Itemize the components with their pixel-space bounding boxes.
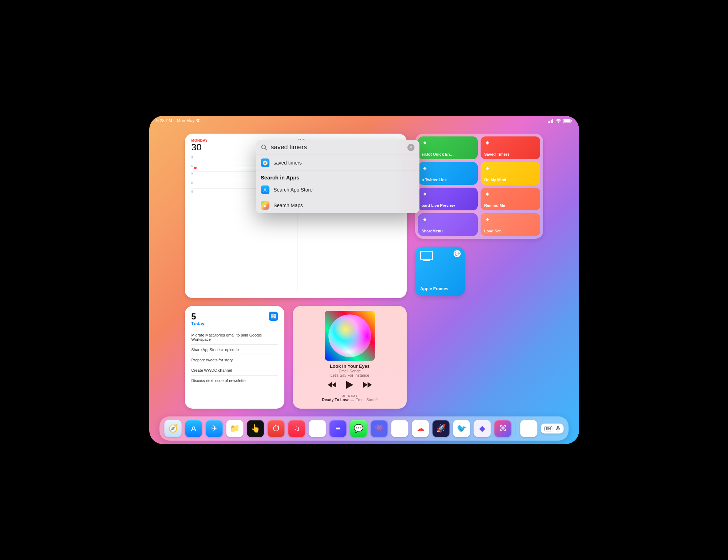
shortcut-label: Remind Me [484, 203, 537, 208]
status-left: 5:28 PM Mon May 30 [156, 118, 200, 123]
twitter-icon: ◆ [422, 165, 428, 171]
dock-app-messages[interactable]: 💬 [350, 420, 367, 437]
shortcut-tile[interactable]: ◆Load Set [481, 213, 540, 236]
calendar-icon: ◆ [484, 190, 491, 197]
things-widget[interactable]: 5 Today 📰 Migrate MacStories email to pa… [185, 306, 284, 409]
album-art [325, 311, 375, 361]
display-icon [420, 251, 433, 260]
things-items-list: Migrate MacStories email to paid Google … [191, 330, 278, 386]
things-count: 5 [191, 312, 204, 322]
play-button[interactable] [346, 381, 353, 390]
spotlight-row-maps[interactable]: ▲ Search Maps [256, 198, 419, 213]
svg-point-7 [262, 145, 266, 149]
svg-line-8 [265, 149, 267, 150]
dock-app-tasks[interactable]: ≡ [330, 420, 347, 437]
svg-rect-3 [552, 119, 553, 123]
dock-app-touch[interactable]: 👆 [247, 420, 264, 437]
dock-app-timer[interactable]: ⏱ [268, 420, 285, 437]
dock-app-app-store[interactable]: A [185, 420, 202, 437]
music-widget[interactable]: Look In Your Eyes Emeli Sandé Let's Say … [293, 306, 407, 409]
dock-app-music[interactable]: ♫ [288, 420, 305, 437]
things-item[interactable]: Discuss next issue of newsletter [191, 375, 278, 386]
shortcut-tile[interactable]: ◆Saved Timers [481, 136, 540, 159]
spotlight-panel: ✕ 🧭 saved timers Search in Apps A Search… [256, 140, 419, 213]
dock-app-cloud[interactable]: ☁ [412, 420, 429, 437]
timer-icon: ◆ [484, 139, 491, 146]
svg-rect-0 [548, 122, 549, 123]
things-today-label: Today [191, 321, 204, 326]
keyboard-indicator[interactable]: EN [541, 424, 564, 434]
things-header: 5 Today 📰 [191, 312, 278, 326]
appstore-icon: A [261, 185, 269, 194]
dock-app-files[interactable]: 📁 [226, 420, 243, 437]
things-item[interactable]: Share AppStories+ episode [191, 344, 278, 355]
frames-label: Apple Frames [420, 286, 448, 291]
music-album: Let's Say For Instance [330, 373, 369, 377]
shortcut-label: Saved Timers [484, 152, 537, 156]
shortcut-label: On My Mind [484, 178, 537, 182]
shortcuts-widget: ◆erBot Quick En…◆Saved Timers◆o Twitter … [415, 134, 543, 239]
dock-app-obsidian[interactable]: ◆ [474, 420, 491, 437]
dock-app-group[interactable] [520, 420, 537, 437]
brain-icon: ◆ [484, 165, 491, 171]
things-app-icon: 📰 [269, 312, 278, 321]
next-track-artist: Emeli Sandé [355, 398, 378, 402]
spotlight-search-row: ✕ [256, 140, 419, 155]
spotlight-top-hit[interactable]: 🧭 saved timers [256, 155, 419, 171]
top-hit-label: saved timers [274, 160, 302, 166]
maps-icon: ▲ [261, 201, 269, 210]
shortcuts-grid: ◆erBot Quick En…◆Saved Timers◆o Twitter … [418, 136, 540, 236]
status-date: Mon May 30 [177, 118, 200, 123]
shortcut-label: ShareMenu [422, 229, 474, 233]
status-time: 5:28 PM [156, 118, 172, 123]
shortcut-tile[interactable]: ◆ShareMenu [418, 213, 478, 236]
shortcut-tile[interactable]: ◆oard Live Preview [418, 188, 478, 210]
cellular-icon [548, 119, 553, 123]
dock-app-shortcuts[interactable]: ⌘ [494, 420, 512, 437]
music-upnext-label: UP NEXT [342, 394, 358, 398]
spotlight-section-title: Search in Apps [256, 171, 419, 182]
dock: 🧭A✈📁👆⏱♫🗂≡💬👾✿☁🚀🐦◆⌘ EN [160, 416, 569, 441]
music-next-track: Ready To Love — Emeli Sandé [322, 398, 378, 402]
doc-icon: ◆ [422, 190, 428, 197]
svg-rect-1 [549, 121, 550, 123]
music-track-title: Look In Your Eyes [330, 364, 370, 369]
dock-app-safari[interactable]: 🧭 [165, 420, 182, 437]
forward-button[interactable] [363, 382, 372, 389]
dock-app-discord[interactable]: 👾 [371, 420, 388, 437]
chat-icon: 💬 [454, 250, 461, 257]
music-artist: Emeli Sandé [339, 369, 361, 373]
svg-rect-6 [571, 120, 572, 122]
dock-app-twitter[interactable]: 🐦 [453, 420, 470, 437]
ipad-frame: 5:28 PM Mon May 30 MONDAY 30 5 [144, 111, 584, 449]
wifi-icon [556, 119, 561, 123]
box-icon: ◆ [422, 216, 428, 222]
clear-button[interactable]: ✕ [407, 144, 414, 151]
dock-app-mail[interactable]: ✈ [206, 420, 223, 437]
rewind-button[interactable] [328, 382, 336, 389]
battery-icon [563, 119, 572, 123]
dock-separator [516, 421, 516, 436]
stack-icon: ◆ [484, 216, 491, 222]
things-item[interactable]: Prepare tweets for story [191, 355, 278, 365]
gear-icon: ◆ [422, 139, 428, 146]
shortcuts-column: ◆erBot Quick En…◆Saved Timers◆o Twitter … [415, 134, 543, 298]
spotlight-search-input[interactable] [271, 144, 404, 151]
dictation-icon[interactable] [556, 426, 560, 431]
shortcut-tile[interactable]: ◆erBot Quick En… [418, 136, 478, 159]
apple-frames-widget[interactable]: 💬 Apple Frames [415, 247, 465, 296]
spotlight-row-appstore[interactable]: A Search App Store [256, 182, 419, 198]
things-item[interactable]: Migrate MacStories email to paid Google … [191, 330, 278, 344]
dock-app-astro[interactable]: 🚀 [433, 420, 450, 437]
status-bar: 5:28 PM Mon May 30 [149, 116, 579, 126]
shortcut-tile[interactable]: ◆Remind Me [481, 188, 540, 210]
svg-rect-5 [564, 119, 570, 123]
shortcut-tile[interactable]: ◆o Twitter Link [418, 162, 478, 185]
dock-app-photos[interactable]: ✿ [391, 420, 408, 437]
things-item[interactable]: Create WWDC channel [191, 365, 278, 375]
search-icon [261, 144, 267, 151]
shortcut-tile[interactable]: ◆On My Mind [481, 162, 540, 185]
safari-icon: 🧭 [261, 158, 269, 167]
dock-app-cards[interactable]: 🗂 [309, 420, 326, 437]
svg-rect-2 [551, 120, 552, 123]
